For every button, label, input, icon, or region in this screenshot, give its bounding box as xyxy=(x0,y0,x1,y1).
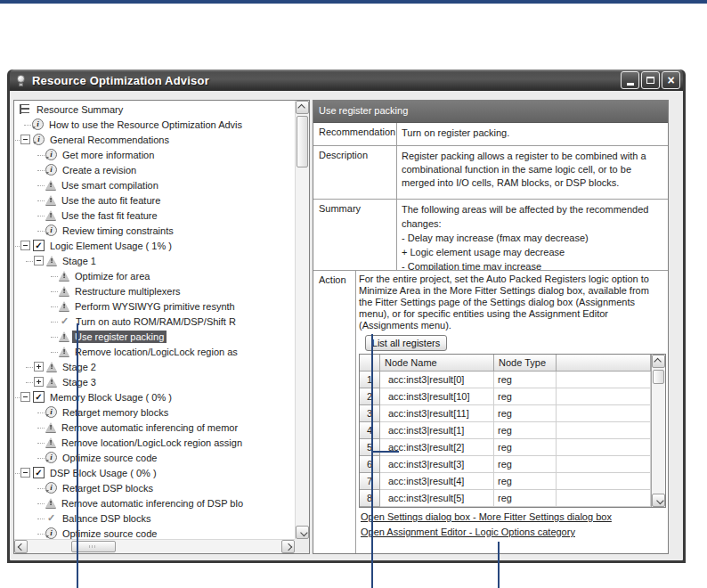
checkbox-icon[interactable]: ✓ xyxy=(33,467,45,478)
table-row[interactable]: 5acc:inst3|result[2]reg xyxy=(360,439,665,456)
warning-icon: ! xyxy=(45,180,56,190)
table-row[interactable]: 8acc:inst3|result[5]reg xyxy=(360,490,665,507)
registers-table-body: 1acc:inst3|result[0]reg2acc:inst3|result… xyxy=(360,372,665,507)
list-all-registers-button[interactable]: List all registers xyxy=(365,335,447,351)
minimize-button[interactable] xyxy=(621,71,639,89)
tree-item[interactable]: ✓DSP Block Usage ( 0% ) xyxy=(14,465,295,480)
collapse-icon[interactable] xyxy=(20,392,30,402)
tree-item[interactable]: !Use the fast fit feature xyxy=(14,208,295,223)
warning-icon: ! xyxy=(46,362,57,372)
empty-cell xyxy=(557,372,651,388)
vertical-scroll-thumb[interactable] xyxy=(653,370,664,384)
tree-item[interactable]: !Stage 3 xyxy=(14,374,295,389)
scroll-up-button[interactable] xyxy=(652,355,665,368)
table-row[interactable]: 6acc:inst3|result[3]reg xyxy=(360,456,665,473)
tree-item[interactable]: !Restructure multiplexers xyxy=(14,283,295,298)
tree-item[interactable]: iRetarget memory blocks xyxy=(14,404,295,420)
collapse-icon[interactable] xyxy=(20,241,30,250)
table-row[interactable]: 1acc:inst3|result[0]reg xyxy=(360,372,665,388)
collapse-icon[interactable] xyxy=(34,256,44,265)
tree-item[interactable]: !Stage 1 xyxy=(14,253,295,268)
empty-cell xyxy=(557,388,651,405)
expand-icon[interactable] xyxy=(34,377,44,387)
tree-item[interactable]: ✓Memory Block Usage ( 0% ) xyxy=(14,389,295,404)
expand-icon[interactable] xyxy=(34,362,44,372)
open-assignment-editor-link[interactable]: Open Assignment Editor - Logic Options c… xyxy=(361,527,666,538)
detail-header: Use register packing xyxy=(313,101,668,123)
tree-item-label: Optimize for area xyxy=(72,270,152,282)
callout-line-use-register-packing xyxy=(77,323,78,588)
tree-item[interactable]: ✓Balance DSP blocks xyxy=(14,510,295,526)
titlebar[interactable]: Resource Optimization Advisor × xyxy=(10,69,683,91)
row-number-cell[interactable]: 8 xyxy=(360,490,380,507)
empty-cell xyxy=(557,456,651,473)
node-type-cell: reg xyxy=(494,405,557,422)
table-row[interactable]: 7acc:inst3|result[4]reg xyxy=(360,473,665,490)
scroll-up-button[interactable] xyxy=(296,101,309,114)
maximize-icon xyxy=(646,77,654,84)
tree-item[interactable]: iCreate a revision xyxy=(14,162,295,177)
checkbox-icon[interactable]: ✓ xyxy=(33,391,45,403)
description-row: Description Register packing allows a re… xyxy=(313,146,668,200)
row-number-cell[interactable]: 1 xyxy=(360,372,380,388)
collapse-icon[interactable] xyxy=(20,135,30,144)
tree-item[interactable]: iReview timing constraints xyxy=(14,223,295,238)
tree-item[interactable]: !Optimize for area xyxy=(14,268,295,283)
tree-indent xyxy=(14,253,34,268)
tree-item[interactable]: iOptimize source code xyxy=(14,450,295,465)
tree-item[interactable]: iRetarget DSP blocks xyxy=(14,480,295,495)
row-number-cell[interactable]: 6 xyxy=(360,456,380,473)
scrollbar-corner xyxy=(295,539,309,553)
maximize-button[interactable] xyxy=(641,71,660,89)
tree-indent xyxy=(14,268,59,283)
info-icon: i xyxy=(32,118,44,130)
vertical-scroll-thumb[interactable] xyxy=(297,116,308,167)
tree-item[interactable]: !Perform WYSIWYG primitive resynth xyxy=(14,298,295,314)
tree-item[interactable]: iHow to use the Resource Optimization Ad… xyxy=(14,117,295,132)
check-icon: ✓ xyxy=(45,512,57,524)
tree-item[interactable]: !Remove automatic inferencing of DSP blo xyxy=(14,495,295,510)
open-settings-link[interactable]: Open Settings dialog box - More Fitter S… xyxy=(361,511,666,523)
row-number-cell[interactable]: 5 xyxy=(360,439,380,456)
tree-item[interactable]: ✓Logic Element Usage ( 1% ) xyxy=(14,238,295,253)
scroll-left-button[interactable] xyxy=(14,540,28,553)
tree-item[interactable]: iGet more information xyxy=(14,147,295,162)
checkbox-icon[interactable]: ✓ xyxy=(33,240,45,251)
node-type-cell: reg xyxy=(494,388,557,405)
row-number-cell[interactable]: 7 xyxy=(360,473,380,490)
top-rule-line xyxy=(0,0,707,4)
tree-indent xyxy=(14,298,59,314)
registers-table: Node NameNode Type 1acc:inst3|result[0]r… xyxy=(359,354,666,508)
tree-indent xyxy=(14,480,45,495)
tree-item[interactable]: Resource Summary xyxy=(14,102,295,117)
row-number-cell[interactable]: 2 xyxy=(360,388,380,405)
tree-item[interactable]: !Use register packing xyxy=(14,329,295,344)
warning-icon: ! xyxy=(59,331,69,341)
node-name-cell: acc:inst3|result[10] xyxy=(380,388,494,405)
tree-item[interactable]: !Remove automatic inferencing of memor xyxy=(14,420,295,435)
tree-item[interactable]: ✓Turn on auto ROM/RAM/DSP/Shift R xyxy=(14,314,295,329)
tree-vertical-scrollbar[interactable] xyxy=(295,101,309,539)
tree-item[interactable]: !Stage 2 xyxy=(14,359,295,374)
row-number-cell[interactable]: 4 xyxy=(360,422,380,439)
table-vertical-scrollbar[interactable] xyxy=(651,355,665,507)
tree-item-label: Remove automatic inferencing of DSP blo xyxy=(59,497,246,510)
tree-horizontal-scrollbar[interactable] xyxy=(14,539,295,553)
tree-item[interactable]: iGeneral Recommendations xyxy=(14,132,295,147)
collapse-icon[interactable] xyxy=(20,468,30,478)
table-row[interactable]: 2acc:inst3|result[10]reg xyxy=(360,388,665,405)
tree-item[interactable]: !Remove location/LogicLock region assign xyxy=(14,435,295,450)
tree-item[interactable]: !Remove location/LogicLock region as xyxy=(14,344,295,359)
tree-item[interactable]: iOptimize source code xyxy=(14,526,295,539)
scroll-right-button[interactable] xyxy=(281,540,295,553)
tree-item[interactable]: !Use the auto fit feature xyxy=(14,192,295,208)
tree-item[interactable]: !Use smart compilation xyxy=(14,177,295,192)
table-row[interactable]: 4acc:inst3|result[1]reg xyxy=(360,422,665,439)
close-button[interactable]: × xyxy=(662,71,680,89)
scroll-down-button[interactable] xyxy=(296,526,309,539)
scroll-down-button[interactable] xyxy=(652,494,665,507)
info-icon: i xyxy=(45,164,57,176)
page: Resource Optimization Advisor × Resource… xyxy=(0,0,707,588)
row-number-cell[interactable]: 3 xyxy=(360,405,380,422)
table-row[interactable]: 3acc:inst3|result[11]reg xyxy=(360,405,665,422)
